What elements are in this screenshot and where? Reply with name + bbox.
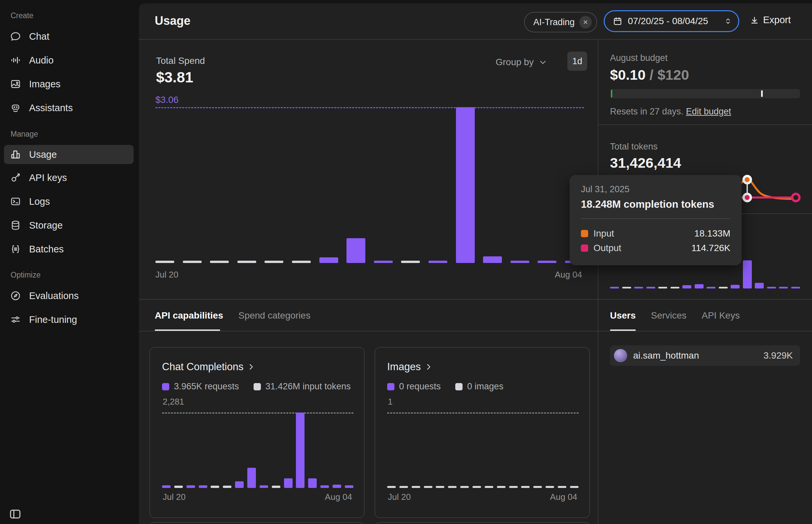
bar-aug01[interactable] [308, 478, 317, 488]
bar-jul24[interactable] [210, 486, 219, 488]
sidebar-item-evaluations[interactable]: Evaluations [4, 286, 134, 305]
bar-jul31[interactable] [521, 486, 530, 488]
bar-aug04[interactable] [791, 287, 800, 289]
sidebar-item-usage[interactable]: Usage [4, 145, 134, 164]
sidebar-item-fine-tuning[interactable]: Fine-tuning [4, 310, 134, 329]
bar-aug01[interactable] [755, 283, 764, 289]
bar-jul29[interactable] [719, 287, 728, 289]
project-filter-chip[interactable]: AI-Trading [524, 12, 597, 32]
bar-jul31[interactable] [456, 107, 475, 263]
bar-jul27[interactable] [346, 238, 365, 263]
tab-users[interactable]: Users [610, 310, 636, 321]
bar-aug02[interactable] [545, 486, 554, 488]
bar-aug02[interactable] [510, 261, 529, 263]
bar-jul26[interactable] [235, 481, 244, 488]
tab-api-keys[interactable]: API Keys [701, 310, 740, 321]
bar-aug02[interactable] [767, 287, 776, 289]
sidebar-item-api-keys[interactable]: API keys [4, 168, 134, 187]
bar-jul23[interactable] [424, 486, 433, 488]
bar-jul22[interactable] [210, 261, 229, 263]
tab-api-capabilities[interactable]: API capabilities [155, 310, 223, 321]
bar-jul30[interactable] [731, 285, 740, 289]
tab-spend-categories[interactable]: Spend categories [238, 310, 310, 321]
bar-jul31[interactable] [296, 412, 305, 488]
bar-jul27[interactable] [247, 468, 256, 488]
bar-jul28[interactable] [259, 485, 268, 488]
bar-jul23[interactable] [199, 485, 207, 488]
bar-jul28[interactable] [485, 486, 493, 488]
bar-jul20[interactable] [162, 485, 171, 488]
bar-jul20[interactable] [155, 261, 174, 263]
bar-jul24[interactable] [265, 261, 283, 263]
bar-jul21[interactable] [400, 486, 408, 488]
bar-jul21[interactable] [622, 287, 631, 289]
bar-jul28[interactable] [707, 287, 715, 289]
bar-jul25[interactable] [292, 261, 311, 263]
bar-jul22[interactable] [412, 486, 420, 488]
total-tokens-value: 31,426,414 [610, 155, 681, 171]
bar-jul30[interactable] [428, 261, 447, 263]
bar-jul21[interactable] [183, 261, 202, 263]
sidebar-item-logs[interactable]: Logs [4, 192, 134, 211]
edit-budget-link[interactable]: Edit budget [686, 107, 731, 116]
bar-jul27[interactable] [695, 284, 704, 289]
bar-jul24[interactable] [436, 486, 444, 488]
bar-jul29[interactable] [272, 486, 281, 488]
bar-aug04[interactable] [570, 486, 579, 488]
bar-aug03[interactable] [779, 287, 788, 289]
bar-jul30[interactable] [284, 478, 292, 488]
sidebar-collapse-icon[interactable] [9, 507, 22, 521]
interval-badge[interactable]: 1d [567, 52, 587, 71]
sidebar-item-batches[interactable]: Batches [4, 240, 134, 259]
bar-jul29[interactable] [497, 486, 506, 488]
sidebar-item-audio[interactable]: Audio [4, 51, 134, 70]
bar-jul25[interactable] [448, 486, 457, 488]
bar-jul21[interactable] [174, 486, 183, 488]
x-axis-end: Aug 04 [550, 492, 577, 502]
filter-chip-label: AI-Trading [533, 17, 575, 28]
bar-jul25[interactable] [671, 287, 679, 289]
usage-dashboard: Create Chat Audio Images Assistants Mana… [0, 0, 812, 524]
bar-aug01[interactable] [483, 256, 502, 263]
card-title-link[interactable]: Chat Completions [162, 361, 255, 373]
legend-swatch-tokens [254, 383, 261, 390]
bar-jul24[interactable] [658, 287, 667, 289]
card-title-link[interactable]: Images [387, 361, 433, 373]
bar-jul27[interactable] [472, 486, 481, 488]
bar-aug04[interactable] [345, 485, 353, 488]
bar-jul20[interactable] [387, 486, 396, 488]
bar-jul29[interactable] [401, 261, 420, 263]
bar-aug03[interactable] [333, 485, 341, 488]
bar-jul22[interactable] [634, 287, 643, 289]
bar-aug03[interactable] [558, 486, 566, 488]
sidebar-item-assistants[interactable]: Assistants [4, 98, 134, 117]
sidebar-item-images[interactable]: Images [4, 75, 134, 94]
bar-jul20[interactable] [610, 287, 619, 289]
tab-services[interactable]: Services [651, 310, 687, 321]
bar-jul26[interactable] [460, 486, 469, 488]
bar-aug02[interactable] [320, 485, 329, 488]
bar-aug01[interactable] [533, 486, 542, 488]
remove-filter-button[interactable] [579, 16, 592, 29]
group-by-dropdown[interactable]: Group by [495, 57, 547, 67]
legend-swatch-images [455, 383, 462, 390]
sidebar-item-label: Usage [29, 149, 57, 160]
sidebar-item-storage[interactable]: Storage [4, 216, 134, 235]
bar-jul26[interactable] [682, 285, 691, 289]
bar-jul23[interactable] [646, 287, 655, 289]
audio-icon [10, 54, 21, 66]
export-button[interactable]: Export [750, 15, 791, 26]
sidebar-item-chat[interactable]: Chat [4, 27, 134, 46]
bar-jul26[interactable] [319, 257, 338, 263]
bar-jul30[interactable] [509, 486, 518, 488]
bar-jul28[interactable] [374, 261, 393, 263]
bar-jul23[interactable] [237, 261, 256, 263]
bar-jul25[interactable] [223, 486, 232, 488]
latest-point-marker [792, 194, 799, 201]
bar-jul31[interactable] [743, 260, 752, 289]
user-row[interactable]: ai.sam_hottman 3.929K [610, 345, 800, 366]
bar-aug03[interactable] [538, 261, 556, 263]
budget-label: August budget [610, 53, 667, 63]
date-range-picker[interactable]: 07/20/25 - 08/04/25 [604, 10, 739, 32]
bar-jul22[interactable] [186, 485, 195, 488]
